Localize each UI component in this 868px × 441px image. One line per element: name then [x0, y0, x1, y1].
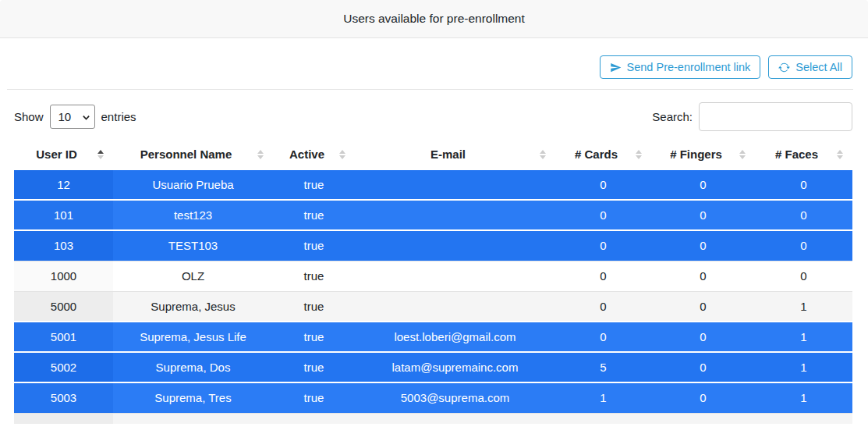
- sort-arrows-icon: [837, 150, 843, 159]
- column-label: Active: [289, 148, 324, 161]
- toolbar: Send Pre-enrollment link Select All: [0, 38, 868, 89]
- cell-cards: 1: [555, 382, 651, 413]
- cell-user-id: 101: [14, 200, 113, 230]
- cell-faces: 0: [755, 230, 852, 261]
- cell-active: true: [273, 291, 355, 322]
- sort-arrows-icon: [739, 150, 746, 159]
- cell-personnel-name: Suprema, Jesus: [113, 291, 273, 322]
- column-label: Personnel Name: [140, 148, 232, 161]
- cell-faces: 1: [755, 322, 852, 352]
- cell-active: true: [273, 230, 355, 261]
- cell-cards: 0: [555, 291, 651, 322]
- cell-faces: 1: [755, 291, 852, 322]
- cell-fingers: 0: [651, 169, 755, 200]
- cell-cards: 0: [555, 230, 651, 261]
- cell-email: loest.loberi@gmail.com: [355, 322, 555, 352]
- cell-user-id: 5002: [14, 352, 113, 382]
- cell-user-id: 1000: [14, 261, 113, 291]
- datatable-controls: Show 10 entries Search:: [0, 90, 868, 140]
- column-label: # Cards: [575, 148, 618, 161]
- entries-select[interactable]: 10: [50, 105, 95, 129]
- select-all-label: Select All: [795, 61, 842, 73]
- show-label: Show: [14, 110, 44, 123]
- column-header-faces[interactable]: # Faces: [755, 140, 852, 169]
- entries-label: entries: [101, 110, 136, 123]
- select-all-button[interactable]: Select All: [768, 55, 852, 79]
- search-control: Search:: [652, 102, 852, 131]
- table-row[interactable]: 103TEST103true000: [14, 230, 852, 261]
- paper-plane-icon: [610, 62, 622, 73]
- cell-email: [355, 413, 555, 424]
- cell-user-id: 5001: [14, 322, 113, 352]
- panel-header: Users available for pre-enrollment: [0, 0, 868, 38]
- cell-email: [355, 230, 555, 261]
- cell-cards: 0: [555, 322, 651, 352]
- table-row[interactable]: 5003Suprema, Trestrue5003@suprema.com101: [14, 382, 852, 413]
- column-label: E-mail: [430, 148, 466, 161]
- cell-active: true: [273, 352, 355, 382]
- page-length-control: Show 10 entries: [14, 105, 136, 129]
- cell-fingers: [651, 413, 755, 424]
- sort-arrows-icon: [257, 150, 264, 159]
- cell-personnel-name: test123: [113, 200, 273, 230]
- sort-arrows-icon: [540, 150, 546, 159]
- cell-user-id: [14, 413, 113, 424]
- cell-faces: 0: [755, 169, 852, 200]
- sort-arrows-icon: [339, 150, 345, 159]
- cell-email: 5003@suprema.com: [355, 382, 555, 413]
- table-row[interactable]: 1000OLZtrue000: [14, 261, 852, 291]
- sort-arrows-icon: [97, 150, 104, 159]
- cell-user-id: 5003: [14, 382, 113, 413]
- table-row[interactable]: 5002Suprema, Dostruelatam@supremainc.com…: [14, 352, 852, 382]
- column-header-fingers[interactable]: # Fingers: [651, 140, 755, 169]
- cell-cards: 0: [555, 169, 651, 200]
- cell-email: latam@supremainc.com: [355, 352, 555, 382]
- cell-active: true: [273, 322, 355, 352]
- cell-email: [355, 200, 555, 230]
- column-header-personnel-name[interactable]: Personnel Name: [113, 140, 273, 169]
- cell-personnel-name: Suprema, Jesus Life: [113, 322, 273, 352]
- cell-user-id: 12: [14, 169, 113, 200]
- cell-personnel-name: [113, 413, 273, 424]
- cell-email: [355, 169, 555, 200]
- sort-arrows-icon: [636, 150, 642, 159]
- cell-faces: 0: [755, 200, 852, 230]
- users-table: User ID Personnel Name Active E-mail # C…: [14, 140, 852, 424]
- table-row[interactable]: 12Usuario Pruebatrue000: [14, 169, 852, 200]
- search-input[interactable]: [699, 102, 852, 131]
- cell-active: true: [273, 382, 355, 413]
- cell-cards: 5: [555, 352, 651, 382]
- cell-personnel-name: Suprema, Tres: [113, 382, 273, 413]
- page-title: Users available for pre-enrollment: [343, 12, 525, 26]
- cell-fingers: 0: [651, 382, 755, 413]
- column-header-user-id[interactable]: User ID: [14, 140, 113, 169]
- cell-faces: 1: [755, 382, 852, 413]
- table-row-partial[interactable]: [14, 413, 852, 424]
- cell-user-id: 103: [14, 230, 113, 261]
- cell-cards: 0: [555, 200, 651, 230]
- table-row[interactable]: 101test123true000: [14, 200, 852, 230]
- column-label: User ID: [36, 148, 77, 161]
- cell-fingers: 0: [651, 200, 755, 230]
- cell-cards: [555, 413, 651, 424]
- table-row[interactable]: 5000Suprema, Jesustrue001: [14, 291, 852, 322]
- cell-email: [355, 291, 555, 322]
- cell-personnel-name: Usuario Prueba: [113, 169, 273, 200]
- column-label: # Faces: [775, 148, 818, 161]
- cell-personnel-name: OLZ: [113, 261, 273, 291]
- cell-fingers: 0: [651, 230, 755, 261]
- table-body: 12Usuario Pruebatrue000101test123true000…: [14, 169, 852, 424]
- send-button-label: Send Pre-enrollment link: [627, 61, 751, 73]
- cell-personnel-name: Suprema, Dos: [113, 352, 273, 382]
- send-pre-enrollment-button[interactable]: Send Pre-enrollment link: [600, 55, 761, 79]
- column-header-cards[interactable]: # Cards: [555, 140, 651, 169]
- cell-email: [355, 261, 555, 291]
- cell-faces: 1: [755, 352, 852, 382]
- column-header-active[interactable]: Active: [273, 140, 355, 169]
- table-row[interactable]: 5001Suprema, Jesus Lifetrueloest.loberi@…: [14, 322, 852, 352]
- cell-personnel-name: TEST103: [113, 230, 273, 261]
- cell-user-id: 5000: [14, 291, 113, 322]
- search-label: Search:: [652, 110, 693, 123]
- refresh-icon: [778, 62, 790, 73]
- column-header-email[interactable]: E-mail: [355, 140, 555, 169]
